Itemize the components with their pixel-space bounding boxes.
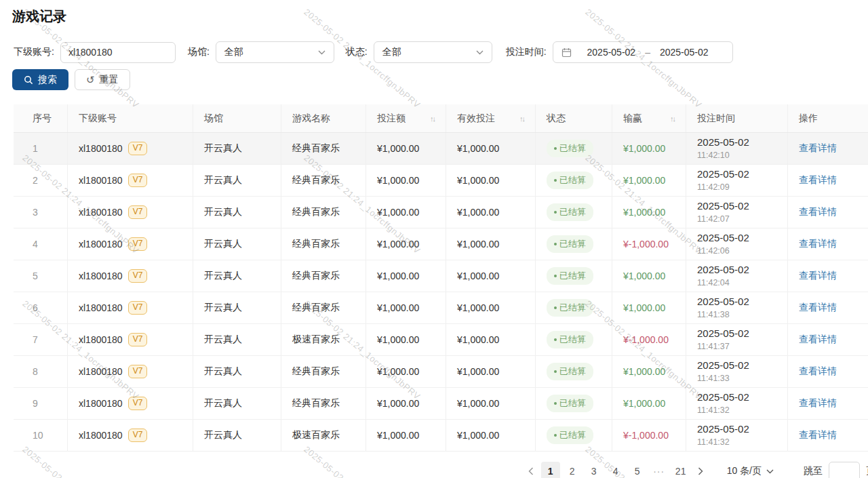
win-amount: ¥-1,000.00: [623, 239, 669, 250]
status-badge-label: 已结算: [559, 365, 586, 378]
status-dot-icon: [554, 275, 557, 277]
row-seq: 3: [14, 197, 68, 228]
page-button[interactable]: 1: [541, 462, 560, 478]
row-valid-amount: ¥1,000.00: [446, 292, 536, 323]
page-button[interactable]: 5: [628, 462, 647, 478]
row-win-cell: ¥1,000.00: [612, 165, 686, 196]
sort-icon[interactable]: ↑↓: [670, 115, 675, 123]
row-time-cell: 2025-05-02 11:42:06: [686, 228, 788, 260]
bet-date: 2025-05-02: [697, 391, 749, 404]
bet-time: 11:42:10: [697, 150, 730, 161]
row-game: 经典百家乐: [281, 260, 366, 292]
header-venue: 场馆: [193, 104, 281, 132]
row-account-cell: xl1800180 V7: [68, 165, 193, 196]
view-details-link[interactable]: 查看详情: [799, 174, 837, 186]
account-text: xl1800180: [79, 175, 123, 186]
win-amount: ¥1,000.00: [623, 207, 665, 218]
table-row: 10 xl1800180 V7 开云真人 极速百家乐 ¥1,000.00 ¥1,…: [14, 420, 868, 452]
row-game: 极速百家乐: [281, 324, 366, 355]
bet-date: 2025-05-02: [697, 422, 749, 436]
chevron-down-icon: [476, 50, 484, 55]
bet-date: 2025-05-02: [697, 263, 749, 277]
account-input[interactable]: [60, 42, 176, 63]
view-details-link[interactable]: 查看详情: [799, 302, 837, 314]
date-range-picker[interactable]: 2025-05-02 – 2025-05-02: [553, 41, 733, 63]
previous-page-button[interactable]: [522, 462, 540, 478]
reset-button-label: 重置: [100, 74, 119, 86]
view-details-link[interactable]: 查看详情: [799, 334, 837, 346]
header-action: 操作: [788, 104, 868, 132]
row-venue: 开云真人: [193, 165, 281, 196]
win-amount: ¥1,000.00: [623, 175, 665, 186]
page-button[interactable]: 2: [563, 462, 582, 478]
reset-icon: ↺: [86, 75, 95, 85]
status-badge: 已结算: [547, 363, 593, 380]
row-win-cell: ¥1,000.00: [612, 292, 686, 323]
action-buttons: 搜索 ↺ 重置: [12, 69, 868, 90]
row-bet-amount: ¥1,000.00: [366, 292, 446, 323]
status-dot-icon: [554, 211, 557, 214]
win-amount: ¥1,000.00: [623, 366, 665, 377]
search-button[interactable]: 搜索: [12, 69, 68, 90]
account-text: xl1800180: [79, 271, 123, 281]
status-dot-icon: [554, 179, 557, 182]
bet-date: 2025-05-02: [697, 359, 749, 372]
view-details-link[interactable]: 查看详情: [799, 142, 837, 155]
view-details-link[interactable]: 查看详情: [799, 429, 837, 441]
venue-select[interactable]: 全部: [216, 41, 334, 63]
page-button[interactable]: 3: [585, 462, 604, 478]
view-details-link[interactable]: 查看详情: [799, 238, 837, 250]
bet-time: 11:42:07: [697, 214, 730, 225]
page-size-select[interactable]: 10 条/页: [727, 465, 774, 477]
view-details-link[interactable]: 查看详情: [799, 365, 837, 378]
view-details-link[interactable]: 查看详情: [799, 206, 837, 218]
row-game: 经典百家乐: [281, 388, 366, 419]
sort-icon[interactable]: ↑↓: [430, 115, 435, 123]
header-valid-sortable[interactable]: 有效投注 ↑↓: [446, 104, 536, 132]
status-badge-label: 已结算: [559, 238, 586, 250]
row-valid-amount: ¥1,000.00: [446, 133, 536, 164]
row-seq: 7: [14, 324, 68, 355]
header-game: 游戏名称: [281, 104, 366, 132]
reset-button[interactable]: ↺ 重置: [75, 69, 130, 90]
row-action-cell: 查看详情: [788, 292, 868, 323]
vip-level-badge: V7: [128, 142, 148, 155]
row-bet-amount: ¥1,000.00: [366, 133, 446, 164]
status-dot-icon: [554, 434, 557, 437]
vip-level-badge: V7: [128, 301, 148, 314]
win-amount: ¥1,000.00: [623, 302, 665, 313]
page-button[interactable]: 4: [606, 462, 625, 478]
jump-to-page-input[interactable]: [829, 462, 860, 478]
vip-level-badge: V7: [128, 365, 148, 378]
row-status-cell: 已结算: [536, 228, 612, 260]
row-status-cell: 已结算: [536, 165, 612, 196]
chevron-down-icon: [318, 50, 326, 55]
account-text: xl1800180: [79, 207, 123, 218]
bet-time-label: 投注时间:: [506, 46, 547, 58]
header-bet-sortable[interactable]: 投注额 ↑↓: [366, 104, 446, 132]
calendar-icon: [561, 47, 572, 58]
status-badge-label: 已结算: [559, 206, 586, 218]
date-end-value: 2025-05-02: [660, 47, 709, 58]
status-dot-icon: [554, 147, 557, 150]
row-seq: 1: [14, 133, 68, 164]
view-details-link[interactable]: 查看详情: [799, 270, 837, 282]
row-bet-amount: ¥1,000.00: [366, 165, 446, 196]
status-dot-icon: [554, 370, 557, 373]
row-game: 经典百家乐: [281, 228, 366, 260]
status-badge-label: 已结算: [559, 429, 586, 441]
bet-time: 11:42:06: [697, 245, 730, 257]
sort-icon[interactable]: ↑↓: [519, 115, 524, 123]
row-action-cell: 查看详情: [788, 228, 868, 260]
row-time-cell: 2025-05-02 11:42:07: [686, 197, 788, 228]
bet-date: 2025-05-02: [697, 231, 749, 245]
row-seq: 6: [14, 292, 68, 323]
row-bet-amount: ¥1,000.00: [366, 420, 446, 451]
next-page-button[interactable]: [692, 462, 709, 478]
header-win-sortable[interactable]: 输赢 ↑↓: [612, 104, 686, 132]
row-account-cell: xl1800180 V7: [68, 324, 193, 355]
view-details-link[interactable]: 查看详情: [799, 397, 837, 410]
page-button[interactable]: 21: [671, 462, 690, 478]
status-select[interactable]: 全部: [374, 41, 492, 63]
bet-time: 11:41:33: [697, 373, 730, 384]
